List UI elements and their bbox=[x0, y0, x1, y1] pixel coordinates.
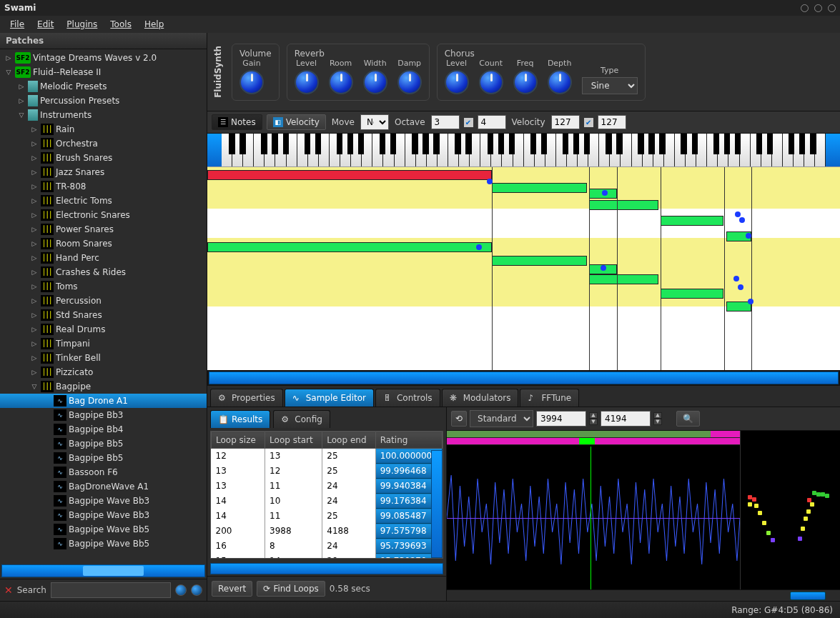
white-key[interactable] bbox=[287, 134, 297, 166]
white-key[interactable] bbox=[707, 134, 718, 166]
tab-controls[interactable]: 🎚Controls bbox=[375, 389, 440, 407]
tree-item[interactable]: ▽SF2Fluid--Release II bbox=[0, 65, 207, 79]
search-prev-button[interactable] bbox=[175, 584, 187, 596]
tree-item[interactable]: ▷⎮⎮⎮Electronic Snares bbox=[0, 208, 207, 222]
knob-freq[interactable]: Freq bbox=[513, 59, 538, 94]
loop-correlation-view[interactable] bbox=[740, 431, 840, 589]
table-row[interactable]: 13112499.940384 bbox=[212, 479, 443, 494]
tree-item[interactable]: ▷⎮⎮⎮Orchestra bbox=[0, 136, 207, 151]
white-key[interactable] bbox=[254, 134, 265, 166]
expander-icon[interactable]: ▷ bbox=[30, 140, 39, 147]
loop-mode-select[interactable]: Standard bbox=[470, 410, 533, 427]
expander-icon[interactable]: ▷ bbox=[30, 169, 39, 176]
search-input[interactable] bbox=[51, 582, 171, 598]
white-key[interactable] bbox=[686, 134, 696, 166]
tree-item[interactable]: ∿Bagpipe Bb4 bbox=[0, 422, 207, 437]
knob-depth[interactable]: Depth bbox=[548, 59, 572, 94]
knob-level[interactable]: Level bbox=[295, 59, 319, 94]
white-key[interactable] bbox=[535, 134, 545, 166]
menu-edit[interactable]: Edit bbox=[31, 17, 59, 31]
velocity-low-input[interactable] bbox=[551, 115, 580, 129]
white-key[interactable] bbox=[459, 134, 470, 166]
tab-sample-editor[interactable]: ∿Sample Editor bbox=[285, 389, 374, 407]
knob-width[interactable]: Width bbox=[363, 59, 387, 94]
expander-icon[interactable]: ▷ bbox=[17, 97, 26, 104]
note-range-map[interactable] bbox=[207, 166, 840, 370]
tree-item[interactable]: ▷⎮⎮⎮TR-808 bbox=[0, 179, 207, 194]
white-key[interactable] bbox=[804, 134, 815, 166]
table-row[interactable]: 13122599.996468 bbox=[212, 464, 443, 479]
white-key[interactable] bbox=[751, 134, 761, 166]
tree-item[interactable]: ∿Bag Drone A1 bbox=[0, 394, 207, 408]
tree-item[interactable]: ∿Bagpipe Wave Bb3 bbox=[0, 494, 207, 508]
loop-start-stepper[interactable]: ▲▼ bbox=[589, 412, 598, 425]
white-key[interactable] bbox=[297, 134, 308, 166]
white-key[interactable] bbox=[567, 134, 578, 166]
column-header[interactable]: Loop end bbox=[322, 432, 375, 449]
tree-item[interactable]: ▷⎮⎮⎮Rain bbox=[0, 122, 207, 136]
knob-damp[interactable]: Damp bbox=[397, 59, 422, 94]
minimize-button[interactable] bbox=[801, 4, 809, 12]
white-key[interactable] bbox=[632, 134, 643, 166]
expander-icon[interactable]: ▷ bbox=[30, 154, 39, 161]
white-key[interactable] bbox=[610, 134, 621, 166]
tree-item[interactable]: ∿Bagpipe Wave Bb3 bbox=[0, 508, 207, 522]
white-key[interactable] bbox=[578, 134, 588, 166]
loop-end-stepper[interactable]: ▲▼ bbox=[653, 412, 662, 425]
move-mode-select[interactable]: Note Ranges bbox=[360, 114, 389, 130]
expander-icon[interactable]: ▷ bbox=[30, 297, 39, 304]
tree-item[interactable]: ▷⎮⎮⎮Percussion bbox=[0, 294, 207, 308]
menu-help[interactable]: Help bbox=[139, 17, 169, 31]
table-row[interactable]: 14102499.176384 bbox=[212, 494, 443, 509]
tab-modulators[interactable]: ❋Modulators bbox=[442, 389, 519, 407]
piano-left-scroll[interactable] bbox=[207, 134, 222, 166]
tree-item[interactable]: ▷⎮⎮⎮Brush Snares bbox=[0, 151, 207, 165]
column-header[interactable]: Rating bbox=[375, 432, 442, 449]
expander-icon[interactable]: ▷ bbox=[30, 183, 39, 190]
tree-item[interactable]: ∿Bassoon F6 bbox=[0, 465, 207, 479]
white-key[interactable] bbox=[232, 134, 243, 166]
white-key[interactable] bbox=[783, 134, 794, 166]
table-row[interactable]: 121325100.000000 bbox=[212, 449, 443, 464]
loop-start-input[interactable] bbox=[536, 411, 586, 427]
tree-item[interactable]: ▷⎮⎮⎮Pizzicato bbox=[0, 365, 207, 379]
knob-count[interactable]: Count bbox=[479, 59, 503, 94]
tree-item[interactable]: ▷⎮⎮⎮Hand Perc bbox=[0, 251, 207, 265]
column-header[interactable]: Loop start bbox=[265, 432, 322, 449]
expander-icon[interactable]: ▽ bbox=[17, 111, 26, 119]
loop-results-table[interactable]: Loop sizeLoop startLoop endRating1213251… bbox=[210, 431, 443, 559]
white-key[interactable] bbox=[308, 134, 319, 166]
tree-item[interactable]: ▷Melodic Presets bbox=[0, 79, 207, 94]
tree-item[interactable]: ▽Instruments bbox=[0, 108, 207, 122]
loop-table-vscroll[interactable] bbox=[431, 450, 443, 558]
expander-icon[interactable]: ▷ bbox=[30, 326, 39, 333]
chorus-type-select[interactable]: Sine bbox=[582, 77, 638, 94]
knob-gain[interactable]: Gain bbox=[239, 59, 264, 94]
expander-icon[interactable]: ▷ bbox=[30, 269, 39, 276]
notes-toggle[interactable]: ☰Notes bbox=[212, 114, 262, 130]
white-key[interactable] bbox=[696, 134, 707, 166]
tab-properties[interactable]: ⚙Properties bbox=[210, 389, 283, 407]
tab-fftune[interactable]: ♪FFTune bbox=[520, 389, 579, 407]
white-key[interactable] bbox=[405, 134, 416, 166]
white-key[interactable] bbox=[265, 134, 275, 166]
white-key[interactable] bbox=[513, 134, 524, 166]
velocity-high-input[interactable] bbox=[598, 115, 626, 129]
white-key[interactable] bbox=[653, 134, 664, 166]
expander-icon[interactable]: ▷ bbox=[30, 211, 39, 219]
loop-end-input[interactable] bbox=[601, 411, 651, 427]
knob-level[interactable]: Level bbox=[445, 59, 469, 94]
find-loops-button[interactable]: ⟳Find Loops bbox=[257, 581, 325, 597]
white-key[interactable] bbox=[275, 134, 286, 166]
white-key[interactable] bbox=[448, 134, 459, 166]
white-key[interactable] bbox=[491, 134, 502, 166]
expander-icon[interactable]: ▷ bbox=[30, 126, 39, 133]
tree-item[interactable]: ▷⎮⎮⎮Timpani bbox=[0, 337, 207, 351]
knob-room[interactable]: Room bbox=[329, 59, 353, 94]
octave-link-checkbox[interactable]: ✔ bbox=[464, 118, 473, 127]
maximize-button[interactable] bbox=[814, 4, 822, 12]
white-key[interactable] bbox=[643, 134, 653, 166]
table-row[interactable]: 2003988418897.575798 bbox=[212, 524, 443, 539]
expander-icon[interactable]: ▷ bbox=[30, 283, 39, 290]
tree-item[interactable]: ▷⎮⎮⎮Room Snares bbox=[0, 236, 207, 251]
